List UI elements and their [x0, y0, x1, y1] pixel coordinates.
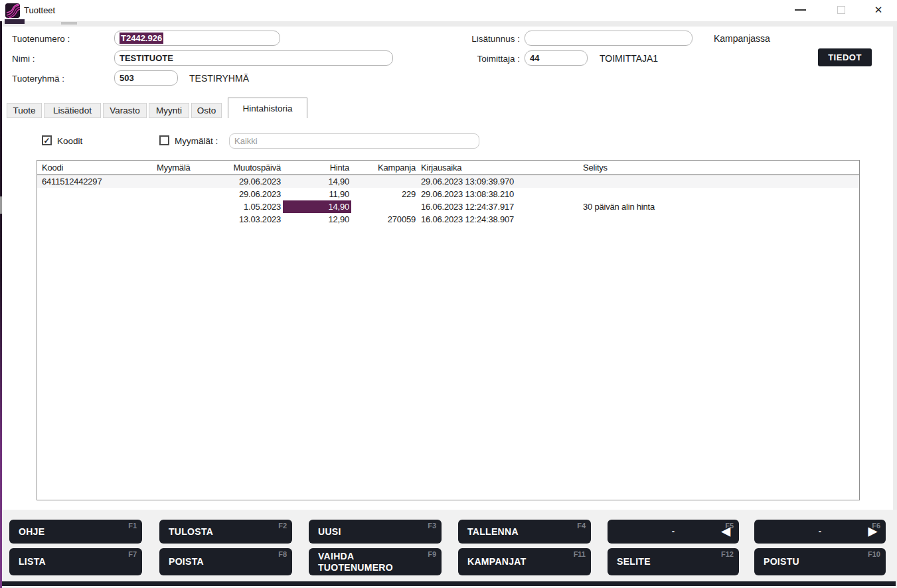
app-logo-icon — [5, 3, 20, 18]
titlebar: Tuotteet ✕ — [0, 0, 897, 21]
tuoteryhma-name: TESTIRYHMÄ — [189, 73, 249, 84]
myymalat-label: Myymälät : — [175, 136, 218, 146]
tab-lisatiedot[interactable]: Lisätiedot — [44, 103, 101, 118]
window-bottom-border — [1, 581, 896, 586]
tulosta-button[interactable]: TULOSTAF2 — [159, 520, 292, 544]
column-header-kampanja[interactable]: Kampanja — [351, 161, 418, 175]
tab-tuote[interactable]: Tuote — [7, 103, 42, 118]
tab-myynti[interactable]: Myynti — [149, 103, 189, 118]
tuoteryhma-input[interactable]: 503 — [114, 70, 178, 86]
kampanjassa-label: Kampanjassa — [714, 33, 770, 44]
column-header-myymala[interactable]: Myymälä — [155, 161, 207, 175]
column-header-kirjausaika[interactable]: Kirjausaika — [418, 161, 580, 175]
vaihda-tuotenumero-button[interactable]: VAIHDA TUOTENUMEROF9 — [309, 548, 442, 575]
tuotenumero-selected-text: T2442.926 — [120, 33, 163, 44]
window-title: Tuotteet — [24, 5, 55, 15]
table-row[interactable]: 13.03.2023 12,90 270059 16.06.2023 12:24… — [37, 213, 859, 226]
selected-cell[interactable]: 14,90 — [283, 200, 351, 213]
nimi-input[interactable]: TESTITUOTE — [114, 50, 393, 66]
toimittaja-input[interactable]: 44 — [525, 50, 588, 66]
table-row[interactable]: 6411512442297 29.06.2023 14,90 29.06.202… — [37, 175, 859, 188]
lisatunnus-label: Lisätunnus : — [438, 34, 520, 44]
column-header-muutospaiva[interactable]: Muutospäivä — [207, 161, 283, 175]
checkmark-icon: ✓ — [43, 136, 50, 145]
minimize-button[interactable] — [789, 0, 811, 20]
column-header-selitys[interactable]: Selitys — [580, 161, 859, 175]
tiedot-button[interactable]: TIEDOT — [818, 48, 872, 66]
window-right-border — [893, 21, 897, 588]
toimittaja-label: Toimittaja : — [438, 54, 520, 64]
ohje-button[interactable]: OHJEF1 — [9, 520, 142, 544]
tuoteryhma-label: Tuoteryhmä : — [12, 74, 64, 84]
price-history-table[interactable]: Koodi Myymälä Muutospäivä Hinta Kampanja… — [37, 160, 860, 500]
tab-hintahistoria[interactable]: Hintahistoria — [228, 98, 307, 118]
column-header-koodi[interactable]: Koodi — [37, 161, 155, 175]
tuotteet-window: Tuotteet ✕ Tuotenumero : T2442.926 Lisät… — [0, 0, 897, 588]
lisatunnus-input[interactable] — [525, 31, 693, 46]
selite-button[interactable]: SELITEF12 — [608, 548, 739, 575]
background-window-fragment — [5, 19, 25, 24]
tuotenumero-input[interactable]: T2442.926 — [114, 31, 280, 46]
lista-button[interactable]: LISTAF7 — [9, 548, 142, 575]
titlebar-separator — [0, 21, 897, 27]
uusi-button[interactable]: UUSIF3 — [309, 520, 442, 544]
nimi-label: Nimi : — [12, 54, 35, 64]
koodit-checkbox[interactable]: ✓ — [42, 135, 52, 145]
toimittaja-name: TOIMITTAJA1 — [600, 53, 658, 64]
tallenna-button[interactable]: TALLENNAF4 — [458, 520, 591, 544]
background-window-fragment — [61, 22, 77, 25]
koodit-label: Koodit — [57, 136, 82, 146]
close-button[interactable]: ✕ — [867, 0, 890, 20]
myymalat-input[interactable]: Kaikki — [229, 133, 479, 149]
poista-button[interactable]: POISTAF8 — [159, 548, 292, 575]
tuotenumero-label: Tuotenumero : — [12, 34, 70, 44]
table-row[interactable]: 29.06.2023 11,90 229 29.06.2023 13:08:38… — [37, 188, 859, 200]
table-row[interactable]: 1.05.2023 14,90 16.06.2023 12:24:37.917 … — [37, 200, 859, 213]
kampanjat-button[interactable]: KAMPANJATF11 — [458, 548, 591, 575]
window-left-border-thumb — [0, 196, 2, 214]
previous-button[interactable]: -◀F5 — [608, 520, 739, 544]
tab-varasto[interactable]: Varasto — [103, 103, 147, 118]
window-left-border — [0, 21, 2, 588]
maximize-button[interactable] — [830, 0, 853, 20]
myymalat-checkbox[interactable] — [159, 135, 169, 145]
next-button[interactable]: -▶F6 — [754, 520, 886, 544]
table-header-row: Koodi Myymälä Muutospäivä Hinta Kampanja… — [37, 161, 859, 175]
tab-osto[interactable]: Osto — [191, 103, 222, 118]
poistu-button[interactable]: POISTUF10 — [754, 548, 886, 575]
column-header-hinta[interactable]: Hinta — [283, 161, 351, 175]
